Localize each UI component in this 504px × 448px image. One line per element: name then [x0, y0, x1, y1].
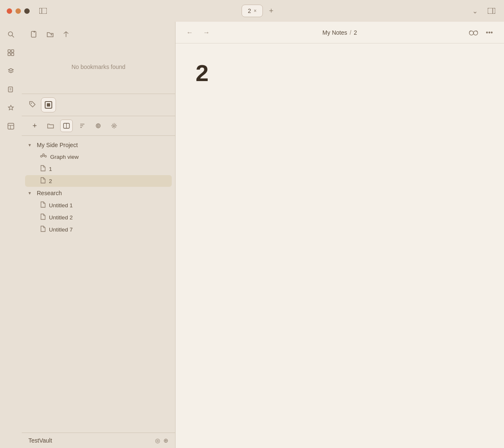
new-folder-button[interactable]	[44, 120, 57, 132]
vault-settings-icon[interactable]: ◎	[155, 437, 160, 444]
layout-toggle-button[interactable]	[486, 5, 497, 17]
layers-icon-button[interactable]	[3, 64, 18, 79]
pages-icon-button[interactable]	[3, 82, 18, 97]
new-file-button[interactable]: +	[28, 120, 41, 132]
breadcrumb-current: 2	[354, 29, 357, 36]
svg-line-35	[42, 155, 43, 155]
left-panel: No bookmarks found +	[22, 22, 176, 448]
graph-icon	[40, 153, 47, 160]
traffic-lights	[7, 8, 30, 14]
back-button[interactable]: ←	[184, 27, 196, 38]
content-header: ← → My Notes / 2 •••	[176, 22, 504, 43]
new-folder-icon-button[interactable]	[44, 28, 56, 40]
svg-rect-10	[8, 87, 13, 92]
files-tab-inner	[47, 103, 50, 107]
section-my-side-project[interactable]: ▾ My Side Project ✎	[22, 139, 175, 151]
chevron-down-icon: ▾	[28, 142, 34, 148]
breadcrumb-separator: /	[350, 29, 351, 36]
tab-label: 2	[248, 8, 251, 14]
file-item-untitled-2[interactable]: Untitled 2	[25, 211, 172, 223]
plugins-icon-button[interactable]	[3, 100, 18, 115]
file-item-untitled-1[interactable]: Untitled 1	[25, 199, 172, 211]
sparkle-button[interactable]	[108, 120, 120, 132]
content-body: 2	[176, 43, 504, 448]
tags-icon-button[interactable]	[28, 100, 36, 109]
svg-point-37	[469, 31, 473, 35]
file-untitled-2-label: Untitled 2	[49, 214, 73, 221]
svg-rect-7	[11, 50, 14, 52]
titlebar: 2 × + ⌄	[0, 0, 504, 22]
sort-button[interactable]	[76, 120, 89, 132]
titlebar-right: ⌄	[469, 5, 497, 17]
svg-rect-2	[488, 8, 495, 14]
more-options-button[interactable]: •••	[483, 26, 496, 39]
svg-rect-9	[11, 53, 14, 56]
bookmarks-toolbar	[28, 28, 168, 40]
panel-tab-row	[22, 94, 175, 116]
new-tab-button[interactable]: +	[265, 5, 277, 17]
file-2-label: 2	[49, 178, 52, 184]
file-item-untitled-7[interactable]: Untitled 7	[25, 224, 172, 235]
glasses-icon-button[interactable]	[467, 26, 480, 39]
svg-rect-6	[8, 50, 10, 52]
graph-view-label: Graph view	[50, 154, 79, 160]
section-research[interactable]: ▾ Research ✎	[22, 187, 175, 199]
vault-add-icon[interactable]: ⊕	[163, 437, 168, 444]
svg-line-36	[44, 155, 45, 155]
new-note-icon-button[interactable]	[28, 28, 40, 40]
breadcrumb-parent[interactable]: My Notes	[323, 29, 347, 36]
file-untitled-1-label: Untitled 1	[49, 202, 73, 209]
close-button[interactable]	[7, 8, 12, 14]
svg-point-38	[473, 31, 478, 35]
file-icon	[40, 165, 46, 173]
file-tree: ▾ My Side Project ✎ Graph view	[22, 136, 175, 433]
active-tab[interactable]: 2 ×	[242, 5, 263, 17]
panel-files-tab[interactable]	[41, 97, 56, 112]
file-1-label: 1	[49, 166, 52, 172]
file-icon	[40, 226, 46, 233]
svg-rect-0	[39, 8, 47, 14]
chevron-down-icon[interactable]: ⌄	[469, 5, 481, 17]
icon-rail	[0, 22, 22, 448]
file-item-2[interactable]: 2	[25, 175, 172, 187]
svg-point-33	[45, 155, 46, 157]
file-untitled-7-label: Untitled 7	[49, 227, 73, 233]
svg-rect-16	[31, 31, 36, 37]
target-button[interactable]	[92, 120, 104, 132]
note-title[interactable]: 2	[196, 60, 484, 86]
search-icon-button[interactable]	[3, 27, 18, 42]
breadcrumb: My Notes / 2	[217, 29, 462, 36]
svg-rect-8	[8, 53, 10, 56]
content-pane: ← → My Notes / 2 ••• 2	[176, 22, 504, 448]
no-bookmarks-message: No bookmarks found	[28, 47, 168, 87]
file-icon	[40, 201, 46, 209]
sidebar-toggle-button[interactable]	[36, 4, 50, 18]
svg-rect-13	[8, 123, 14, 129]
grid-icon-button[interactable]	[3, 45, 18, 60]
main-content: No bookmarks found +	[0, 22, 504, 448]
fullscreen-button[interactable]	[24, 8, 30, 14]
graph-view-item[interactable]: Graph view	[25, 151, 172, 163]
file-item-1[interactable]: 1	[25, 163, 172, 175]
files-tab-icon	[45, 101, 52, 109]
section-name-my-side-project: My Side Project	[37, 142, 161, 148]
layout-icon-button[interactable]	[3, 119, 18, 134]
tab-close-button[interactable]: ×	[254, 8, 257, 14]
minimize-button[interactable]	[15, 8, 21, 14]
vault-footer[interactable]: TestVault ◎ ⊕	[22, 433, 175, 448]
svg-line-5	[12, 36, 14, 37]
file-icon	[40, 177, 46, 185]
vault-toolbar: +	[22, 116, 175, 136]
section-name-research: Research	[37, 190, 161, 196]
collapse-icon-button[interactable]	[60, 28, 72, 40]
content-header-right: •••	[467, 26, 496, 39]
bookmarks-area: No bookmarks found	[22, 22, 175, 94]
two-column-view-button[interactable]	[60, 120, 73, 132]
forward-button[interactable]: →	[201, 27, 212, 38]
chevron-down-icon: ▾	[28, 190, 34, 196]
file-icon	[40, 214, 46, 221]
svg-point-29	[98, 125, 98, 126]
svg-point-21	[31, 103, 32, 104]
svg-point-30	[113, 125, 115, 127]
vault-name: TestVault	[28, 437, 52, 444]
